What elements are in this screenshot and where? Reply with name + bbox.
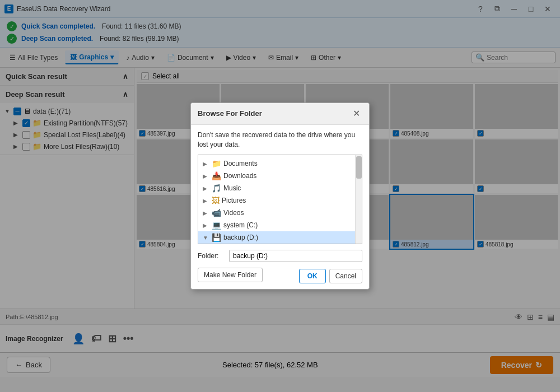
dialog-footer: Make New Folder OK Cancel: [198, 267, 362, 283]
browse-folder-dialog: Browse For Folder ✕ Don't save the recov…: [190, 102, 370, 290]
folder-tree[interactable]: ▶ 📁 Documents ▶ 📥 Downloads ▶ 🎵 Music ▶ …: [198, 155, 362, 244]
documents-arrow-icon: ▶: [203, 161, 209, 167]
backupd-arrow-icon: ▼: [203, 235, 209, 241]
folder-label-music: Music: [223, 184, 241, 192]
folder-item-systemc[interactable]: ▶ 💻 system (C:): [198, 219, 362, 231]
music-arrow-icon: ▶: [203, 185, 209, 192]
folder-label-documents: Documents: [223, 160, 258, 167]
documents-folder-icon: 📁: [212, 159, 221, 168]
music-folder-icon: 🎵: [212, 184, 221, 193]
videos-arrow-icon: ▶: [203, 210, 209, 216]
cancel-button[interactable]: Cancel: [329, 269, 362, 283]
folder-label-pictures: Pictures: [222, 197, 246, 204]
dialog-body: Don't save the recovered data to the dri…: [191, 125, 369, 290]
folder-label-systemc: system (C:): [223, 221, 258, 229]
dialog-header: Browse For Folder ✕: [191, 103, 369, 125]
pictures-arrow-icon: ▶: [203, 198, 209, 204]
folder-item-downloads[interactable]: ▶ 📥 Downloads: [198, 170, 362, 182]
dialog-overlay: Browse For Folder ✕ Don't save the recov…: [0, 0, 560, 392]
make-new-folder-button[interactable]: Make New Folder: [198, 268, 263, 282]
folder-item-music[interactable]: ▶ 🎵 Music: [198, 182, 362, 194]
videos-folder-icon: 📹: [212, 208, 221, 217]
dialog-warning-text: Don't save the recovered data to the dri…: [198, 130, 362, 150]
scrollbar-thumb: [356, 156, 362, 179]
dialog-close-button[interactable]: ✕: [350, 108, 362, 120]
backupd-drive-icon: 💾: [212, 233, 221, 242]
folder-path-input[interactable]: [229, 250, 362, 262]
ok-button[interactable]: OK: [299, 269, 326, 283]
folder-label-videos: Videos: [223, 209, 244, 217]
folder-item-documents[interactable]: ▶ 📁 Documents: [198, 157, 362, 170]
downloads-arrow-icon: ▶: [203, 173, 209, 179]
folder-item-backupd[interactable]: ▼ 💾 backup (D:): [198, 231, 362, 244]
downloads-folder-icon: 📥: [212, 171, 221, 180]
folder-label-downloads: Downloads: [223, 172, 256, 180]
folder-item-videos[interactable]: ▶ 📹 Videos: [198, 207, 362, 219]
dialog-ok-cancel-group: OK Cancel: [299, 269, 362, 283]
pictures-folder-icon: 🖼: [212, 196, 220, 205]
folder-item-pictures[interactable]: ▶ 🖼 Pictures: [198, 194, 362, 207]
folder-tree-scrollbar[interactable]: [355, 155, 362, 244]
folder-label-backupd: backup (D:): [223, 234, 258, 241]
systemc-drive-icon: 💻: [212, 221, 221, 230]
systemc-arrow-icon: ▶: [203, 222, 209, 228]
dialog-title: Browse For Folder: [198, 109, 262, 118]
folder-input-row: Folder:: [198, 250, 362, 262]
folder-input-label: Folder:: [198, 252, 226, 260]
